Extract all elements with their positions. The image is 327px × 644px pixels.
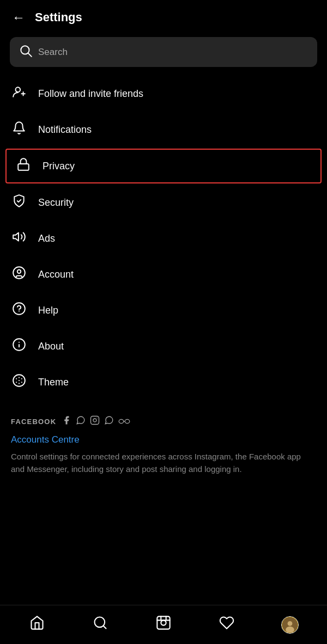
meta-icon [118, 416, 130, 427]
facebook-label-row: FACEBOOK [11, 415, 316, 428]
home-icon [29, 615, 45, 634]
security-label: Security [38, 197, 74, 208]
svg-point-26 [125, 419, 130, 423]
svg-point-31 [161, 620, 166, 625]
settings-menu: Follow and invite friends Notifications … [0, 76, 327, 404]
svg-point-2 [16, 87, 21, 92]
heart-icon [219, 615, 234, 634]
account-label: Account [38, 269, 74, 280]
nav-home[interactable] [23, 611, 51, 639]
follow-label: Follow and invite friends [38, 88, 143, 100]
svg-point-21 [19, 383, 20, 384]
menu-item-help[interactable]: Help [0, 292, 327, 328]
svg-point-18 [16, 382, 17, 383]
menu-item-ads[interactable]: Ads [0, 220, 327, 256]
whatsapp-icon [104, 415, 114, 428]
follow-icon [11, 85, 27, 102]
svg-rect-5 [18, 164, 29, 170]
svg-point-20 [19, 377, 20, 378]
search-icon [19, 44, 33, 60]
facebook-icon [62, 415, 71, 428]
notifications-label: Notifications [38, 124, 92, 136]
menu-item-theme[interactable]: Theme [0, 364, 327, 400]
menu-item-notifications[interactable]: Notifications [0, 112, 327, 148]
svg-point-23 [93, 419, 96, 422]
menu-item-account[interactable]: Account [0, 256, 327, 292]
facebook-icons-row [62, 415, 130, 428]
search-placeholder-text: Search [38, 47, 68, 58]
svg-point-24 [97, 418, 98, 418]
menu-item-privacy[interactable]: Privacy [5, 149, 322, 183]
svg-rect-30 [157, 616, 169, 629]
account-icon [11, 266, 27, 283]
reels-icon [156, 615, 171, 634]
theme-icon [11, 373, 27, 391]
svg-marker-6 [13, 232, 19, 241]
svg-line-1 [28, 53, 32, 57]
svg-point-9 [13, 303, 25, 315]
facebook-section: FACEBOOK [0, 404, 327, 482]
svg-point-25 [119, 419, 124, 423]
bottom-nav [0, 605, 327, 644]
lock-icon [15, 157, 32, 175]
nav-search[interactable] [87, 611, 114, 639]
svg-point-10 [19, 310, 20, 311]
svg-point-36 [288, 621, 293, 626]
shield-icon [11, 194, 27, 211]
help-label: Help [38, 305, 58, 316]
theme-label: Theme [38, 377, 69, 388]
profile-avatar [281, 616, 299, 634]
svg-point-19 [21, 382, 22, 383]
menu-item-about[interactable]: About [0, 328, 327, 364]
bell-icon [11, 121, 27, 138]
facebook-text: FACEBOOK [11, 418, 56, 426]
menu-item-follow[interactable]: Follow and invite friends [0, 76, 327, 112]
nav-profile[interactable] [276, 611, 304, 639]
accounts-centre-link[interactable]: Accounts Centre [11, 434, 316, 445]
menu-item-security[interactable]: Security [0, 185, 327, 220]
search-container: Search [0, 33, 327, 76]
svg-line-29 [103, 625, 106, 628]
about-label: About [38, 341, 64, 352]
svg-point-16 [16, 378, 17, 379]
megaphone-icon [11, 230, 27, 247]
page-title: Settings [35, 10, 82, 24]
search-bar[interactable]: Search [10, 37, 317, 67]
info-icon [11, 338, 27, 355]
back-button[interactable]: ← [10, 9, 27, 26]
avatar-image [282, 617, 298, 633]
messenger-icon [76, 415, 86, 428]
ads-label: Ads [38, 233, 55, 244]
privacy-label: Privacy [43, 161, 75, 172]
svg-rect-22 [91, 416, 99, 425]
svg-point-17 [21, 378, 22, 379]
accounts-centre-description: Control settings for connected experienc… [11, 451, 316, 475]
svg-point-15 [19, 380, 20, 381]
help-icon [11, 302, 27, 319]
nav-reels[interactable] [150, 611, 177, 639]
search-nav-icon [93, 615, 108, 634]
svg-point-8 [17, 270, 21, 274]
header: ← Settings [0, 0, 327, 33]
search-svg-icon [19, 44, 33, 58]
nav-activity[interactable] [213, 611, 240, 639]
svg-point-7 [13, 267, 25, 279]
instagram-icon [90, 415, 100, 428]
